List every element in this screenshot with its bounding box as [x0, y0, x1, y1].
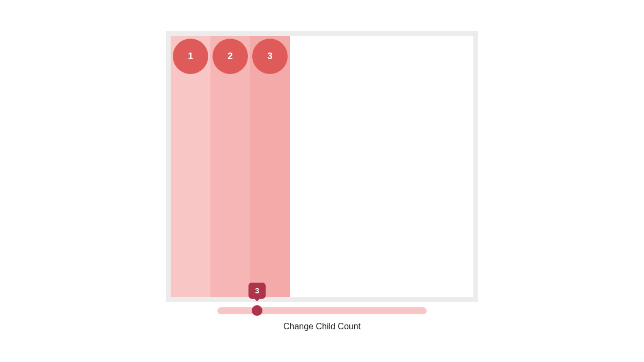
child-count-slider[interactable]: 3 [217, 307, 427, 314]
child-circle: 1 [173, 39, 208, 74]
slider-track [217, 307, 427, 314]
child-column: 3 [250, 36, 290, 297]
child-circle: 3 [252, 39, 288, 74]
child-column: 1 [171, 36, 210, 297]
child-container: 1 2 3 [166, 31, 478, 302]
child-column: 2 [210, 36, 250, 297]
slider-label: Change Child Count [283, 322, 361, 331]
child-circle: 2 [213, 39, 248, 74]
slider-value-badge: 3 [248, 283, 266, 299]
slider-thumb[interactable] [252, 305, 262, 316]
slider-control: 3 Change Child Count [217, 307, 427, 331]
